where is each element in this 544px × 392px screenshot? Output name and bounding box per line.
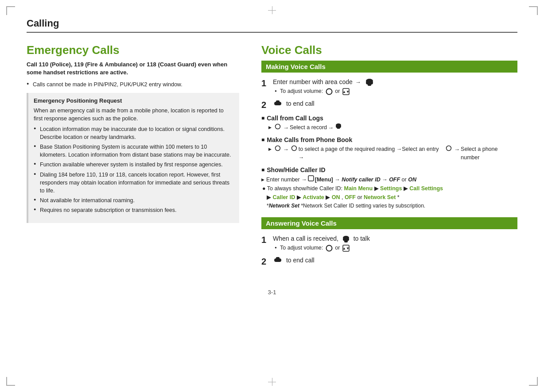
end-call-icon — [273, 100, 283, 108]
call-from-logs-item: → Select a record → — [268, 123, 517, 132]
call-icon — [365, 79, 374, 86]
making-step-2: 2 to end call — [261, 100, 517, 110]
show-hide-path-row: ▶ Caller ID ▶ Activate ▶ ON , OFF or Net… — [261, 193, 517, 202]
corner-mark-tl — [6, 6, 15, 15]
step1-text: Enter number with area code — [273, 78, 353, 85]
answering-step1-content: When a call is received, to talk — [273, 234, 517, 252]
answering-step-1: 1 When a call is received, to talk — [261, 234, 517, 252]
gray-bullet-1: Location information may be inaccurate d… — [34, 125, 234, 141]
call-from-logs-title: Call from Call Logs — [261, 115, 517, 122]
book-circle-icon3 — [446, 145, 452, 151]
page-title: Calling — [27, 18, 59, 29]
answering-step1-sub-item: To adjust volume: or ▲▼ — [275, 245, 517, 252]
show-hide-section: Show/Hide Caller ID Enter number → [Menu… — [261, 166, 517, 210]
svg-point-12 — [275, 146, 280, 151]
crosshair-bottom — [268, 378, 276, 386]
gray-bullet-6: Requires no separate subscription or tra… — [34, 206, 234, 214]
answering-calls-bar: Answering Voice Calls — [261, 217, 517, 229]
vol-box-icon: ▲▼ — [342, 88, 350, 95]
svg-rect-2 — [368, 84, 371, 86]
show-hide-note: *Network Set *Network Set Caller ID sett… — [261, 202, 517, 210]
make-from-book-section: Make Calls from Phone Book → to sele — [261, 136, 517, 162]
making-voice-calls-section: Making Voice Calls 1 Enter number with a… — [261, 61, 517, 210]
making-step-1: 1 Enter number with area code → — [261, 78, 517, 95]
answering-voice-calls-section: Answering Voice Calls 1 When a call is r… — [261, 217, 517, 267]
page-wrapper: Calling Emergency Calls Call 110 (Police… — [0, 0, 544, 392]
make-from-book-title: Make Calls from Phone Book — [261, 136, 517, 143]
svg-rect-7 — [276, 100, 280, 103]
gray-bullet-2: Base Station Positioning System is accur… — [34, 143, 234, 159]
svg-point-3 — [326, 88, 332, 94]
answering-step-2: 2 to end call — [261, 256, 517, 267]
show-hide-title: Show/Hide Caller ID — [261, 166, 517, 173]
step2-content: to end call — [273, 100, 517, 108]
gray-box: Emergency Positioning Request When an em… — [27, 93, 239, 223]
show-hide-line1-item: Enter number → [Menu] → Notify caller ID… — [261, 175, 517, 184]
corner-mark-tr — [529, 6, 538, 15]
svg-point-8 — [276, 124, 280, 129]
svg-text:▲▼: ▲▼ — [342, 90, 350, 94]
gray-box-title: Emergency Positioning Request — [34, 97, 234, 104]
step1-sub-list: To adjust volume: or ▲▼ — [273, 88, 517, 95]
svg-rect-15 — [308, 176, 314, 181]
step1-main: Enter number with area code → — [273, 78, 517, 87]
call-from-logs-body: → Select a record → — [261, 123, 517, 132]
gray-box-intro: When an emergency call is made from a mo… — [34, 107, 234, 123]
svg-text:▲▼: ▲▼ — [342, 246, 350, 250]
emergency-subtitle: Call 110 (Police), 119 (Fire & Ambulance… — [27, 61, 239, 77]
answering-step2-content: to end call — [273, 256, 517, 265]
svg-rect-18 — [344, 240, 348, 242]
answering-step2-main: to end call — [273, 256, 517, 265]
page-title-bar: Calling — [27, 18, 517, 33]
answering-step1-sub-list: To adjust volume: or ▲▼ — [273, 245, 517, 252]
step1-content: Enter number with area code → To — [273, 78, 517, 95]
answer-call-icon — [342, 236, 350, 242]
book-circle-icon — [275, 145, 281, 151]
voice-section-title: Voice Calls — [261, 43, 517, 57]
menu-icon — [308, 175, 314, 181]
col-left: Emergency Calls Call 110 (Police), 119 (… — [27, 43, 239, 276]
gray-bullet-5: Not available for international roaming. — [34, 196, 234, 204]
svg-point-19 — [326, 245, 332, 251]
logs-circle-icon — [275, 123, 281, 130]
make-from-book-body: → to select a page of the required readi… — [261, 145, 517, 162]
crosshair-top — [268, 6, 276, 14]
corner-mark-bl — [6, 377, 15, 386]
emergency-bullet-intro: Calls cannot be made in PIN/PIN2, PUK/PU… — [27, 81, 239, 88]
answering-step1-main: When a call is received, to talk — [273, 234, 517, 243]
gray-box-bullets: Location information may be inaccurate d… — [34, 125, 234, 214]
emergency-intro-list: Calls cannot be made in PIN/PIN2, PUK/PU… — [27, 81, 239, 88]
svg-rect-11 — [337, 127, 340, 129]
vol-circle-icon — [326, 88, 333, 95]
step1-number: 1 — [261, 78, 273, 88]
svg-rect-23 — [276, 257, 280, 259]
two-col-layout: Emergency Calls Call 110 (Police), 119 (… — [27, 43, 517, 276]
svg-point-13 — [291, 146, 296, 151]
step2-main: to end call — [273, 100, 517, 108]
answering-step1-number: 1 — [261, 234, 273, 245]
make-from-book-item: → to select a page of the required readi… — [268, 145, 517, 162]
step1-arrow: → — [355, 79, 361, 85]
svg-point-14 — [447, 146, 451, 151]
show-hide-body: Enter number → [Menu] → Notify caller ID… — [261, 175, 517, 210]
gray-bullet-4: Dialing 184 before 110, 119 or 118, canc… — [34, 171, 234, 195]
ans-vol-box: ▲▼ — [342, 245, 350, 252]
page-number: 3-1 — [27, 289, 517, 296]
corner-mark-br — [529, 377, 538, 386]
call-from-logs-section: Call from Call Logs → Select a record → — [261, 115, 517, 132]
making-calls-bar: Making Voice Calls — [261, 61, 517, 73]
book-circle-icon2 — [291, 145, 297, 151]
answering-step2-number: 2 — [261, 256, 273, 267]
col-right: Voice Calls Making Voice Calls 1 Enter n… — [261, 43, 517, 276]
end-call-icon2 — [273, 257, 283, 264]
step2-number: 2 — [261, 100, 273, 110]
logs-call-icon — [334, 123, 342, 129]
show-hide-bullet-row: ● To always show/hide Caller ID: Main Me… — [261, 184, 517, 193]
ans-vol-circle — [326, 245, 333, 252]
emergency-section-title: Emergency Calls — [27, 43, 239, 57]
gray-bullet-3: Function available wherever system is in… — [34, 161, 234, 169]
step1-sub-item: To adjust volume: or ▲▼ — [275, 88, 517, 95]
